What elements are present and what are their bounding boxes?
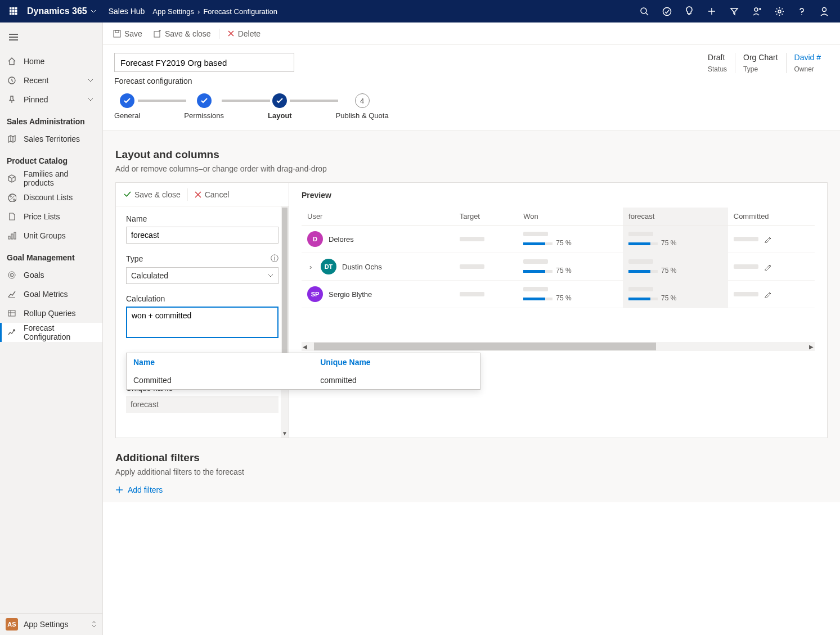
sidebar-item-recent[interactable]: Recent [0,71,102,90]
sidebar-area-switcher[interactable]: AS App Settings [0,613,102,635]
task-icon[interactable] [655,0,678,22]
plus-icon[interactable] [700,0,723,22]
preview-row: ›DTDustin Ochs 75 % 75 % [302,253,815,281]
user-name: Sergio Blythe [329,290,372,299]
edit-icon[interactable] [764,291,771,298]
wizard-step-permissions[interactable]: Permissions [184,93,224,120]
sidebar-item-families-and-products[interactable]: Families and products [0,169,102,188]
save-button[interactable]: Save [110,29,146,38]
check-icon [124,191,131,197]
map-icon [7,134,17,143]
hamburger-icon[interactable] [5,28,23,46]
section-subtitle: Add or remove columns–or change order wi… [115,164,828,173]
add-filters-button[interactable]: Add filters [115,485,828,494]
ac-header-name: Name [133,358,320,367]
svg-point-25 [14,199,15,201]
svg-point-24 [10,196,12,197]
placeholder [460,264,484,269]
svg-rect-7 [12,13,14,15]
sidebar-item-home[interactable]: Home [0,52,102,71]
svg-point-9 [641,8,646,13]
svg-point-17 [778,10,781,13]
svg-rect-5 [15,10,17,12]
area-label: App Settings [24,620,68,629]
sidebar-item-pinned[interactable]: Pinned [0,90,102,109]
brand-label: Dynamics 365 [27,6,87,16]
user-name: Delores [329,235,354,244]
preview-col-header[interactable]: forecast [623,208,728,226]
panel-save-close-button[interactable]: Save & close [122,190,183,199]
svg-rect-40 [154,31,160,37]
column-type-select[interactable]: Calculated [126,267,278,284]
person-icon[interactable] [745,0,768,22]
wizard-step-general[interactable]: General [114,93,140,120]
column-name-input[interactable] [126,227,278,244]
progress-bar [523,270,552,273]
box-icon [7,174,17,183]
account-icon[interactable] [813,0,835,22]
avatar: D [307,231,323,247]
filters-title: Additional filters [115,452,828,464]
progress-bar [523,242,552,245]
plus-icon [115,486,123,494]
sidebar-item-sales-territories[interactable]: Sales Territories [0,129,102,148]
pin-icon [7,95,17,104]
search-icon[interactable] [633,0,655,22]
edit-icon[interactable] [764,263,771,271]
sidebar-item-rollup-queries[interactable]: Rollup Queries [0,304,102,323]
app-launcher-icon[interactable] [5,7,23,15]
svg-rect-29 [14,232,16,239]
wizard-step-layout[interactable]: Layout [268,93,292,120]
record-subtitle: Forecast configuration [114,76,294,85]
edit-icon[interactable] [764,236,771,243]
doc-icon [7,212,17,221]
sidebar-item-unit-groups[interactable]: Unit Groups [0,226,102,245]
expand-collapse-icon [91,620,97,628]
breadcrumb-item[interactable]: Forecast Configuration [203,7,277,16]
help-icon[interactable] [790,0,813,22]
record-header: Forecast configuration DraftStatus Org C… [103,45,840,85]
save-icon [113,30,121,38]
gear-icon[interactable] [768,0,790,22]
preview-title: Preview [302,191,815,200]
preview-col-header[interactable]: Target [454,208,518,226]
progress-bar [628,270,658,273]
preview-col-header[interactable]: Committed [728,208,815,226]
panel-cancel-button[interactable]: Cancel [192,190,232,199]
sidebar-item-goal-metrics[interactable]: Goal Metrics [0,285,102,304]
home-icon [7,57,17,66]
module-name[interactable]: Sales Hub [101,7,153,16]
sidebar-item-discount-lists[interactable]: Discount Lists [0,188,102,207]
vertical-scrollbar[interactable]: ▼ [281,206,289,438]
meta-label: Status [708,65,727,73]
save-close-button[interactable]: Save & close [150,29,214,38]
lightbulb-icon[interactable] [678,0,700,22]
wizard-step-publish-quota[interactable]: 4Publish & Quota [336,93,389,120]
horizontal-scrollbar[interactable]: ◀▶ [302,342,815,351]
record-title-input[interactable] [114,53,294,72]
user-name: Dustin Ochs [342,263,382,271]
svg-line-10 [646,13,648,15]
svg-rect-6 [10,13,11,15]
sidebar-section-header: Sales Administration [0,109,102,129]
chevron-right-icon[interactable]: › [309,263,312,271]
brand-dropdown[interactable]: Dynamics 365 [23,6,101,16]
meta-value[interactable]: David # [794,53,821,62]
info-icon[interactable]: ⓘ [271,254,278,264]
preview-col-header[interactable]: User [302,208,454,226]
chevron-down-icon [88,79,96,82]
sidebar-item-goals[interactable]: Goals [0,265,102,285]
unique-name-input [126,396,278,413]
autocomplete-option[interactable]: Committed committed [127,371,480,389]
preview-col-header[interactable]: Won [518,208,623,226]
meta-value: Draft [708,53,727,62]
sidebar-item-forecast-configuration[interactable]: Forecast Configuration [0,323,102,342]
delete-button[interactable]: Delete [224,29,264,38]
calculation-input[interactable]: won + committed [126,307,278,338]
svg-rect-2 [15,7,17,9]
sidebar-item-price-lists[interactable]: Price Lists [0,207,102,226]
preview-row: SPSergio Blythe 75 % 75 % [302,281,815,308]
filter-icon[interactable] [723,0,745,22]
sidebar-section-header: Product Catalog [0,148,102,169]
breadcrumb-item[interactable]: App Settings [152,7,194,16]
